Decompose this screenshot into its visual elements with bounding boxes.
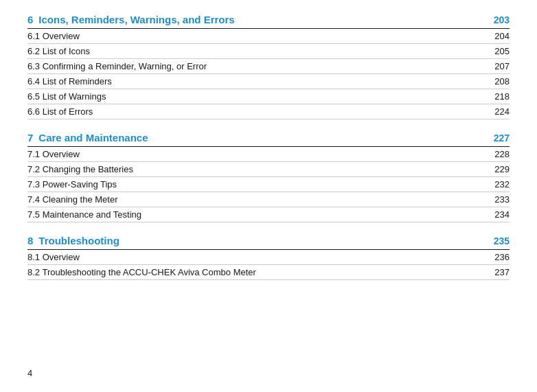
toc-row-6-4: 6.4 List of Reminders208: [27, 74, 510, 89]
toc-row-6-6: 6.6 List of Errors224: [27, 104, 510, 119]
toc-label-7-1: 7.1 Overview: [27, 149, 80, 159]
toc-label-7-2: 7.2 Changing the Batteries: [27, 164, 133, 174]
toc-page-7-5: 234: [494, 209, 510, 220]
toc-row-7-3: 7.3 Power-Saving Tips232: [27, 177, 510, 192]
toc-row-7-4: 7.4 Cleaning the Meter233: [27, 192, 510, 207]
toc-label-8-1: 8.1 Overview: [27, 252, 80, 262]
section-title-7: 7Care and Maintenance: [27, 132, 148, 143]
section-page-7: 227: [494, 132, 510, 143]
toc-row-6-2: 6.2 List of Icons205: [27, 44, 510, 59]
toc-container: 6Icons, Reminders, Warnings, and Errors2…: [27, 14, 510, 280]
section-title-8: 8Troubleshooting: [27, 235, 119, 246]
toc-page-6-6: 224: [494, 106, 510, 117]
toc-label-6-2: 6.2 List of Icons: [27, 46, 90, 56]
toc-row-7-5: 7.5 Maintenance and Testing234: [27, 207, 510, 222]
section-header-8: 8Troubleshooting235: [27, 235, 510, 250]
toc-page-8-1: 236: [494, 252, 510, 262]
toc-page-6-5: 218: [494, 91, 510, 102]
toc-row-7-2: 7.2 Changing the Batteries229: [27, 162, 510, 177]
section-num-7: 7: [27, 132, 33, 143]
toc-page-7-3: 232: [494, 179, 510, 189]
section-6: 6Icons, Reminders, Warnings, and Errors2…: [27, 14, 510, 119]
toc-label-6-3: 6.3 Confirming a Reminder, Warning, or E…: [27, 61, 207, 71]
page-number: 4: [27, 368, 32, 378]
section-header-6: 6Icons, Reminders, Warnings, and Errors2…: [27, 14, 510, 29]
toc-row-7-1: 7.1 Overview228: [27, 147, 510, 162]
section-header-7: 7Care and Maintenance227: [27, 132, 510, 147]
toc-label-7-5: 7.5 Maintenance and Testing: [27, 209, 141, 220]
toc-page-7-4: 233: [494, 194, 510, 205]
section-num-6: 6: [27, 14, 33, 25]
toc-label-7-4: 7.4 Cleaning the Meter: [27, 194, 118, 205]
toc-page-6-3: 207: [494, 61, 510, 71]
toc-page-8-2: 237: [494, 267, 510, 277]
toc-page-6-4: 208: [494, 76, 510, 87]
section-8: 8Troubleshooting2358.1 Overview2368.2 Tr…: [27, 235, 510, 280]
section-page-6: 203: [494, 14, 510, 25]
toc-page-7-2: 229: [494, 164, 510, 174]
toc-page-7-1: 228: [494, 149, 510, 159]
toc-page-6-1: 204: [494, 31, 510, 41]
section-num-8: 8: [27, 235, 33, 246]
section-7: 7Care and Maintenance2277.1 Overview2287…: [27, 132, 510, 222]
toc-label-6-4: 6.4 List of Reminders: [27, 76, 112, 87]
toc-label-6-1: 6.1 Overview: [27, 31, 80, 41]
toc-row-6-1: 6.1 Overview204: [27, 29, 510, 44]
toc-label-6-5: 6.5 List of Warnings: [27, 91, 106, 102]
section-page-8: 235: [494, 235, 510, 246]
toc-row-8-1: 8.1 Overview236: [27, 250, 510, 265]
toc-label-8-2: 8.2 Troubleshooting the ACCU-CHEK Aviva …: [27, 267, 256, 277]
section-title-6: 6Icons, Reminders, Warnings, and Errors: [27, 14, 235, 25]
toc-row-8-2: 8.2 Troubleshooting the ACCU-CHEK Aviva …: [27, 265, 510, 280]
toc-row-6-3: 6.3 Confirming a Reminder, Warning, or E…: [27, 59, 510, 74]
toc-label-6-6: 6.6 List of Errors: [27, 106, 93, 117]
toc-label-7-3: 7.3 Power-Saving Tips: [27, 179, 117, 189]
toc-row-6-5: 6.5 List of Warnings218: [27, 89, 510, 104]
toc-page-6-2: 205: [494, 46, 510, 56]
